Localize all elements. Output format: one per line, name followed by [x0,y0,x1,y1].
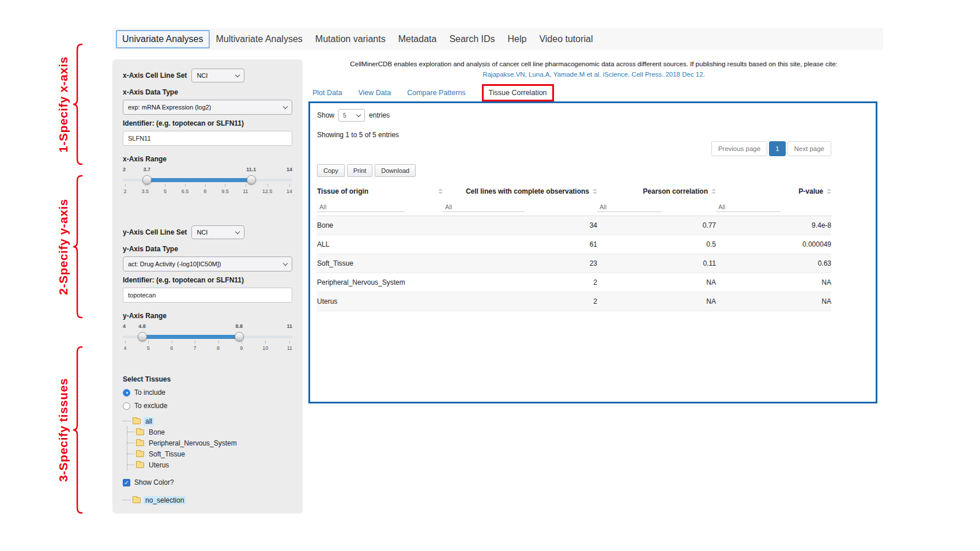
radio-checked-icon [123,389,130,397]
x-range-handle-high[interactable] [247,175,256,184]
citation-link[interactable]: Rajapakse.VN, Luna.A, Yamade.M et al. iS… [311,71,876,78]
folder-icon [136,462,144,468]
tissues-exclude-radio[interactable]: To exclude [123,402,292,410]
y-axis-cell-line-set-select[interactable]: NCI [191,225,244,239]
chevron-down-icon [235,229,240,233]
annotation-brace-2 [73,175,84,319]
y-axis-data-type-label: y-Axis Data Type [123,245,292,253]
table-header-row: Tissue of origin Cell lines with complet… [317,184,831,199]
y-range-handle-low[interactable] [138,332,147,341]
download-button[interactable]: Download [375,164,416,177]
x-range-max-label: 14 [287,167,292,172]
subtab-view-data[interactable]: View Data [358,89,391,97]
filter-tissue-input[interactable] [317,202,405,212]
tissue-correlation-table: Tissue of origin Cell lines with complet… [317,184,831,311]
page-length-select[interactable]: 5 [338,109,365,122]
select-tissues-title: Select Tissues [123,375,292,383]
copy-button[interactable]: Copy [317,164,345,177]
show-label: Show [317,111,334,119]
nav-tab-search-ids[interactable]: Search IDs [443,30,501,48]
y-range-handle-high[interactable] [235,332,244,341]
folder-icon [133,497,141,503]
x-axis-data-type-value: exp: mRNA Expression (log2) [128,104,211,111]
tissue-tree-item-peripheral-nervous-system[interactable]: Peripheral_Nervous_System [127,437,292,448]
sort-icon[interactable] [438,188,443,194]
x-range-fill [147,178,251,182]
folder-icon [136,429,144,435]
annotation-brace-3 [73,346,84,514]
folder-icon [133,418,141,424]
tissue-tree-root[interactable]: all [123,416,292,427]
table-row: Soft_Tissue 23 0.11 0.63 [317,254,831,273]
y-axis-range-label: y-Axis Range [123,312,292,320]
annotation-step1: 1-Specify x-axis [56,43,84,165]
column-header-p-value[interactable]: P-value [716,187,831,195]
x-axis-range-label: x-Axis Range [123,155,292,163]
subtab-tissue-correlation[interactable]: Tissue Correlation [482,84,554,101]
folder-icon [136,440,144,446]
page-1-button[interactable]: 1 [769,141,785,156]
column-header-pearson-correlation[interactable]: Pearson correlation [597,187,716,195]
tree-connector [127,432,134,432]
next-page-button[interactable]: Next page [787,141,831,156]
radio-unchecked-icon [123,402,130,410]
annotation-step3: 3-Specify tissues [56,346,84,514]
chevron-down-icon [235,72,240,77]
table-row: Bone 34 0.77 9.4e-8 [317,216,831,235]
y-axis-cell-line-set-row: y-Axis Cell Line Set NCI [123,225,292,239]
nav-tab-help[interactable]: Help [502,30,533,48]
export-buttons: Copy Print Download [317,164,831,177]
nav-tab-video-tutorial[interactable]: Video tutorial [533,30,599,48]
filter-cell-lines-input[interactable] [443,202,525,212]
folder-icon [136,451,144,457]
tissue-tree-item-soft-tissue[interactable]: Soft_Tissue [127,448,292,459]
entries-label: entries [369,111,390,119]
x-axis-data-type-select[interactable]: exp: mRNA Expression (log2) [123,100,292,115]
page-length-value: 5 [343,112,346,119]
tree-connector [127,443,134,443]
subtab-compare-patterns[interactable]: Compare Patterns [407,89,465,97]
x-axis-identifier-input[interactable] [123,131,292,146]
print-button[interactable]: Print [347,164,373,177]
no-selection-label: no_selection [144,496,186,504]
show-color-label: Show Color? [134,478,174,486]
y-axis-data-type-select[interactable]: act: Drug Activity (-log10[IC50M]) [123,256,292,271]
sort-icon[interactable] [711,188,716,194]
tissue-tree-item-bone[interactable]: Bone [127,427,292,437]
previous-page-button[interactable]: Previous page [711,141,768,156]
table-filter-row [317,199,831,216]
x-range-handle-low[interactable] [142,175,152,184]
selection-tree: no_selection [123,495,292,505]
column-header-cell-lines[interactable]: Cell lines with complete observations [443,187,597,195]
no-selection-tree-item[interactable]: no_selection [123,495,292,505]
column-header-tissue-of-origin[interactable]: Tissue of origin [317,187,443,195]
nav-tab-multivariate-analyses[interactable]: Multivariate Analyses [210,30,309,48]
nav-tab-univariate-analyses[interactable]: Univariate Analyses [116,30,210,48]
sort-icon[interactable] [593,188,597,194]
nav-tab-mutation-variants[interactable]: Mutation variants [309,30,392,48]
y-axis-cell-line-set-label: y-Axis Cell Line Set [123,228,187,236]
nav-tab-metadata[interactable]: Metadata [392,30,443,48]
x-axis-data-type-label: x-Axis Data Type [123,88,292,96]
show-entries-control: Show 5 entries [317,109,831,122]
chevron-down-icon [283,104,288,108]
x-axis-cell-line-set-label: x-Axis Cell Line Set [123,71,187,80]
y-axis-data-type-value: act: Drug Activity (-log10[IC50M]) [128,261,221,267]
filter-p-value-input[interactable] [716,202,781,212]
tissues-include-radio[interactable]: To include [123,388,292,397]
y-axis-cell-line-set-value: NCI [197,229,208,236]
chevron-down-icon [283,261,288,265]
sort-icon[interactable] [827,188,831,194]
x-axis-cell-line-set-select[interactable]: NCI [191,69,244,82]
x-range-ticks: 2 3.5 5 6.5 8 9.5 11 12.5 14 [123,188,292,194]
y-axis-identifier-input[interactable] [123,288,292,303]
chevron-down-icon [356,112,361,116]
subtab-plot-data[interactable]: Plot Data [312,89,342,97]
y-range-fill [142,335,239,339]
tissue-tree: all Bone Peripheral_Nervous_System Soft_… [123,416,292,470]
show-color-checkbox[interactable]: ✓ Show Color? [123,478,292,486]
y-axis-identifier-label: Identifier: (e.g. topotecan or SLFN11) [123,276,292,284]
exclude-radio-label: To exclude [134,402,167,410]
filter-pearson-input[interactable] [597,202,662,212]
tissue-tree-item-uterus[interactable]: Uterus [127,459,292,470]
